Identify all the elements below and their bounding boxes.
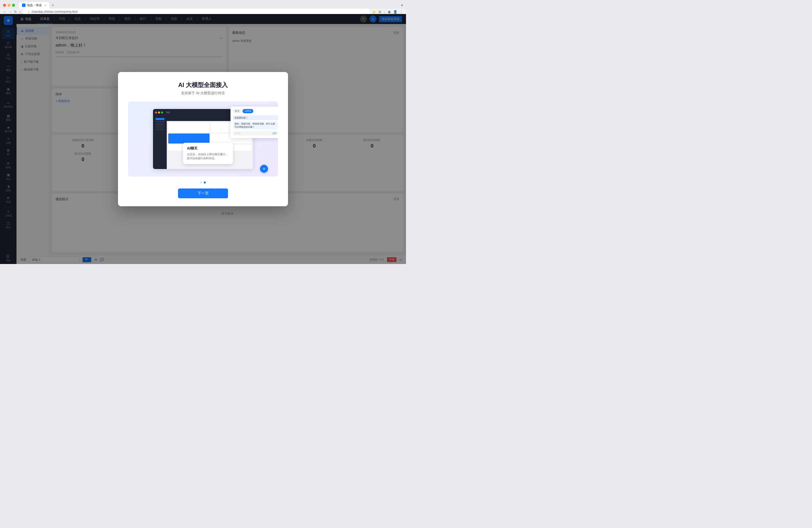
new-tab-button[interactable]: + <box>52 3 54 8</box>
browser-tab[interactable]: 地盘 - 禅道 ✕ <box>19 2 49 9</box>
insecure-icon: ⚠ <box>28 10 30 14</box>
ai-chat-tabs: 新天 AI对话 <box>233 109 278 113</box>
ai-tooltip: AI聊天 点击后，自动向上弹出聊天窗口，您可以AI进行实时对话。 <box>183 143 233 164</box>
mock-sidebar-item-4 <box>156 126 164 128</box>
modal-title: AI 大模型全面接入 <box>128 81 278 89</box>
mock-card-3 <box>168 133 209 144</box>
mock-close-dot <box>155 112 157 114</box>
back-button[interactable]: ← <box>3 10 6 14</box>
tab-favicon <box>22 3 26 7</box>
browser-chrome: 地盘 - 禅道 ✕ + ▾ ← → ↻ ⌂ ⚠ chandao.zhinian.… <box>0 0 406 14</box>
browser-tabs: 地盘 - 禅道 ✕ + ▾ <box>0 0 406 9</box>
profile-icon[interactable]: 👤 <box>393 10 397 14</box>
minimize-button[interactable] <box>8 4 11 7</box>
traffic-lights <box>3 4 15 7</box>
modal-next-btn[interactable]: 下一页 <box>178 189 228 198</box>
ai-user-message: 你是我问道！ <box>233 115 278 120</box>
mock-card-1 <box>168 122 209 132</box>
modal-overlay[interactable]: AI 大模型全面接入 支持基于 AI 大模型进行对话 地盘 <box>0 14 406 264</box>
ai-tab-new[interactable]: 新天 <box>233 109 242 113</box>
ai-reply-message: 是的，我是问道，禅道的员物，有什么我可以帮助您的问题？ <box>233 121 278 130</box>
ai-input-bar: 问问道... 清空 <box>233 131 278 135</box>
bookmark-icon[interactable]: ⭐ <box>372 10 376 14</box>
ai-tooltip-desc: 点击后，自动向上弹出聊天窗口，您可以AI进行实时对话。 <box>187 152 229 161</box>
close-button[interactable] <box>3 4 6 7</box>
tab-title: 地盘 - 禅道 <box>27 3 42 8</box>
dot-2[interactable] <box>204 181 206 184</box>
url-text: chandao.zhinian.com/max/my.html <box>31 10 77 14</box>
forward-button[interactable]: → <box>9 10 12 14</box>
modal-subtitle: 支持基于 AI 大模型进行对话 <box>128 91 278 96</box>
ai-float-button[interactable]: AI <box>260 165 268 173</box>
mock-tab-label: 地盘 <box>166 111 170 114</box>
menu-icon[interactable]: ⋮ <box>400 10 403 14</box>
modal-image-area: 地盘 <box>128 102 278 176</box>
tabs-dropdown[interactable]: ▾ <box>401 3 403 7</box>
ai-tab-ai[interactable]: AI对话 <box>243 109 253 113</box>
ai-float-icon: AI <box>263 167 265 170</box>
home-button[interactable]: ⌂ <box>19 10 21 14</box>
mock-max-dot <box>161 112 163 114</box>
dot-1[interactable] <box>200 181 202 184</box>
ai-clear-btn[interactable]: 清空 <box>273 132 276 135</box>
download-icon[interactable]: ↓ <box>384 10 386 14</box>
ai-input-placeholder: 问问道... <box>234 132 242 135</box>
modal-dots <box>128 181 278 184</box>
mock-sidebar-item-2 <box>156 121 164 122</box>
browser-action-buttons: ⭐ ⊞ ↓ ▣ 👤 ⋮ <box>372 10 403 14</box>
maximize-button[interactable] <box>12 4 15 7</box>
mock-min-dot <box>158 112 160 114</box>
split-view-icon[interactable]: ▣ <box>388 10 391 14</box>
reload-button[interactable]: ↻ <box>14 10 17 14</box>
ai-chat-popup: 新天 AI对话 你是我问道！ 是的，我是问道，禅道的员物，有什么我可以帮助您的问… <box>231 106 278 138</box>
ai-modal: AI 大模型全面接入 支持基于 AI 大模型进行对话 地盘 <box>118 72 288 206</box>
ai-tooltip-title: AI聊天 <box>187 146 229 151</box>
mock-sidebar-item <box>156 118 164 120</box>
extensions-icon[interactable]: ⊞ <box>378 10 381 14</box>
mock-sidebar-item-5 <box>156 129 164 130</box>
mock-sidebar-item-3 <box>156 123 164 125</box>
mock-sidebar <box>153 116 167 169</box>
tab-close-icon[interactable]: ✕ <box>44 4 46 7</box>
